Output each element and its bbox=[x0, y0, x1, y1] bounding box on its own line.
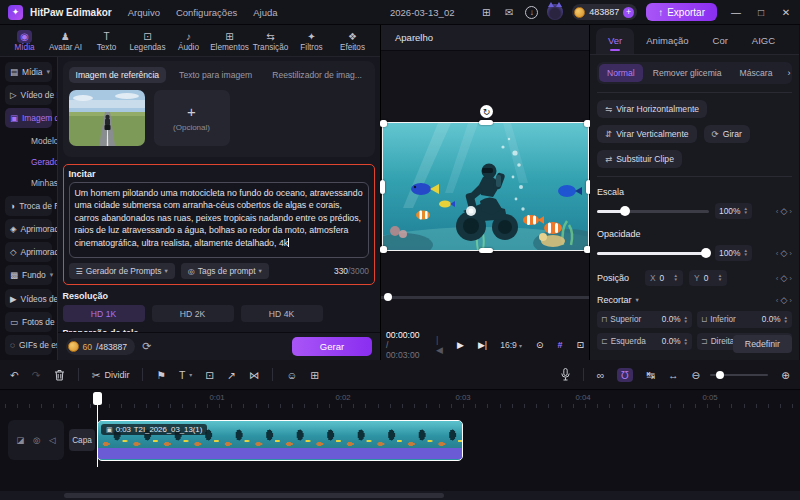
sidebar-item-gifs-estoque[interactable]: ◌ GIFs de estoque bbox=[5, 335, 52, 355]
zoom-in-icon[interactable]: ⊕ bbox=[781, 369, 790, 381]
sidebar-item-imagem-ia[interactable]: ▣ Imagem de IA ▴ bbox=[5, 108, 52, 128]
snapshot-icon[interactable]: ⊙ bbox=[536, 340, 544, 350]
tab-reestilizador[interactable]: Reestilizador de imag... bbox=[265, 67, 369, 83]
opacity-value-stepper[interactable]: 100% ▲▼ bbox=[715, 245, 752, 261]
resolution-hd2k-button[interactable]: HD 2K bbox=[152, 305, 234, 322]
tab-midia[interactable]: ◉ Mídia bbox=[4, 30, 45, 52]
split-button[interactable]: ✂ Dividir bbox=[92, 369, 130, 381]
aspect-ratio-selector[interactable]: 16:9 ▾ bbox=[500, 340, 522, 350]
track-lock-icon[interactable]: ◪ bbox=[16, 435, 24, 445]
zoom-out-icon[interactable]: ⊖ bbox=[691, 369, 700, 381]
tab-elementos[interactable]: ⊞ Elementos bbox=[209, 30, 250, 52]
text-tool-icon[interactable]: T ▾ bbox=[179, 369, 192, 381]
resolution-hd1k-button[interactable]: HD 1K bbox=[63, 305, 145, 322]
redo-icon[interactable]: ↷ bbox=[32, 369, 41, 381]
reset-button[interactable]: Redefinir bbox=[733, 335, 792, 353]
timeline-ruler[interactable]: 0:01 0:02 0:03 0:04 0:05 bbox=[0, 391, 800, 408]
maximize-button[interactable]: □ bbox=[755, 7, 767, 18]
preview-image[interactable] bbox=[383, 123, 588, 250]
play-icon[interactable]: ▶ bbox=[457, 340, 464, 350]
timeline-clip[interactable]: ▣ 0:03 T2I_2026_03_13(1) bbox=[97, 420, 463, 461]
stepper-arrows[interactable]: ▲▼ bbox=[718, 274, 722, 282]
crop-top-stepper[interactable]: ⊓ Superior 0.0% ▲▼ bbox=[597, 311, 692, 328]
sidebar-item-video-ia[interactable]: ▷ Vídeo de IA. ▾ bbox=[5, 85, 52, 105]
scrollbar-thumb[interactable] bbox=[64, 493, 444, 498]
preview-scrubber[interactable] bbox=[381, 296, 589, 299]
keyframe-prev-icon[interactable]: ‹ bbox=[776, 207, 779, 216]
face-tool-icon[interactable]: ☺ bbox=[286, 369, 297, 381]
prompt-generator-button[interactable]: ☰ Gerador de Prompts ▾ bbox=[69, 263, 175, 279]
stepper-arrows[interactable]: ▲▼ bbox=[743, 249, 747, 257]
tab-legendas[interactable]: ⊡ Legendas bbox=[127, 30, 168, 52]
crop-tool-icon[interactable]: ⊡ bbox=[205, 369, 214, 381]
export-button[interactable]: ↑ Exportar bbox=[646, 3, 717, 21]
track-mute-icon[interactable]: ◁ bbox=[49, 435, 56, 445]
preview-canvas[interactable]: ↻ bbox=[381, 51, 589, 330]
previous-frame-icon[interactable]: |◀ bbox=[436, 335, 443, 355]
link-icon[interactable]: ∞ bbox=[597, 369, 605, 381]
prompt-textarea[interactable]: Um homem pilotando uma motocicleta no fu… bbox=[69, 182, 370, 258]
stepper-arrows[interactable]: ▲▼ bbox=[674, 274, 678, 282]
scrubber-playhead[interactable] bbox=[384, 293, 392, 301]
refresh-icon[interactable]: ⟳ bbox=[142, 340, 151, 353]
keyframe-diamond-icon[interactable]: ◇ bbox=[780, 273, 787, 283]
timeline-zoom-slider[interactable] bbox=[710, 371, 768, 379]
add-credits-icon[interactable]: + bbox=[623, 7, 634, 18]
keyframe-diamond-icon[interactable]: ◇ bbox=[780, 295, 787, 305]
sidebar-item-aprimorador-video[interactable]: ◈ Aprimorador ... ▾ bbox=[5, 219, 52, 239]
rotate-button[interactable]: ⟳ Girar bbox=[704, 125, 750, 143]
opacity-slider[interactable] bbox=[597, 248, 709, 258]
tab-texto[interactable]: T Texto bbox=[86, 30, 127, 52]
mode-normal[interactable]: Normal bbox=[599, 64, 643, 82]
close-button[interactable]: ✕ bbox=[780, 7, 792, 18]
mode-remover-fundo[interactable]: Remover glicemia bbox=[645, 64, 730, 82]
tab-audio[interactable]: ♪ Áudio bbox=[168, 30, 209, 52]
sidebar-item-fundo[interactable]: ▩ Fundo ▾ bbox=[5, 265, 52, 285]
grid-icon[interactable]: # bbox=[557, 340, 562, 350]
cover-button[interactable]: Capa bbox=[69, 429, 95, 451]
keyframe-diamond-icon[interactable]: ◇ bbox=[780, 248, 787, 258]
scale-keyframe-controls[interactable]: ‹ ◇ › bbox=[776, 206, 792, 216]
chevron-right-icon[interactable]: › bbox=[782, 68, 795, 78]
track-visibility-icon[interactable]: ◎ bbox=[33, 435, 40, 445]
snap-magnet-icon[interactable]: Ω bbox=[617, 368, 633, 382]
menu-configuracoes[interactable]: Configurações bbox=[176, 7, 237, 18]
sidebar-item-fotos-estoque[interactable]: ▭ Fotos de estoque bbox=[5, 312, 52, 332]
stepper-arrows[interactable]: ▲▼ bbox=[684, 338, 688, 346]
keyframe-prev-icon[interactable]: ‹ bbox=[776, 274, 779, 283]
credits-badge[interactable]: 483887 + bbox=[572, 4, 637, 20]
keyframe-prev-icon[interactable]: ‹ bbox=[776, 296, 779, 305]
sidebar-item-minhas-criacoes[interactable]: Minhas criaçõ... bbox=[5, 174, 52, 192]
tab-cor[interactable]: Cor bbox=[701, 28, 740, 54]
tab-efeitos[interactable]: ❖ Efeitos bbox=[332, 30, 373, 52]
flip-vertical-button[interactable]: ⇵ Virar Verticalmente bbox=[597, 125, 697, 143]
timeline-playhead[interactable] bbox=[93, 392, 102, 405]
stepper-arrows[interactable]: ▲▼ bbox=[743, 207, 747, 215]
tab-imagem-referencia[interactable]: Imagem de referência bbox=[69, 67, 167, 83]
download-icon[interactable]: ↓ bbox=[525, 6, 538, 19]
keyframe-next-icon[interactable]: › bbox=[789, 274, 792, 283]
tab-ver[interactable]: Ver bbox=[596, 28, 634, 54]
next-frame-icon[interactable]: ▶| bbox=[478, 340, 487, 350]
reference-image-thumbnail[interactable] bbox=[69, 90, 145, 146]
mirror-tool-icon[interactable]: ⋈ bbox=[249, 369, 260, 381]
scale-value-stepper[interactable]: 100% ▲▼ bbox=[715, 203, 752, 219]
stepper-arrows[interactable]: ▲▼ bbox=[684, 316, 688, 324]
resize-tool-icon[interactable]: ↗ bbox=[227, 369, 236, 381]
scale-slider[interactable] bbox=[597, 206, 709, 216]
menu-arquivo[interactable]: Arquivo bbox=[128, 7, 160, 18]
sidebar-item-modelo-imagem[interactable]: Modelo de i... bbox=[5, 132, 52, 150]
sidebar-item-videos-estoque[interactable]: ▶ Vídeos de esto... bbox=[5, 289, 52, 309]
position-keyframe-controls[interactable]: ‹ ◇ › bbox=[776, 273, 792, 283]
keyframe-prev-icon[interactable]: ‹ bbox=[776, 249, 779, 258]
replace-clip-button[interactable]: ⇄ Substituir Clipe bbox=[597, 150, 682, 168]
keyframe-diamond-icon[interactable]: ◇ bbox=[780, 206, 787, 216]
position-y-stepper[interactable]: Y 0 ▲▼ bbox=[689, 270, 727, 286]
mode-mascara[interactable]: Máscara bbox=[731, 64, 780, 82]
layout-panels-icon[interactable]: ⊞ bbox=[479, 7, 493, 18]
opacity-keyframe-controls[interactable]: ‹ ◇ › bbox=[776, 248, 792, 258]
sidebar-item-gerador-imagem[interactable]: Gerador de I... bbox=[5, 153, 52, 171]
keyframe-next-icon[interactable]: › bbox=[789, 207, 792, 216]
prompt-tags-button[interactable]: ◎ Tags de prompt ▾ bbox=[181, 263, 269, 279]
position-x-stepper[interactable]: X 0 ▲▼ bbox=[645, 270, 683, 286]
